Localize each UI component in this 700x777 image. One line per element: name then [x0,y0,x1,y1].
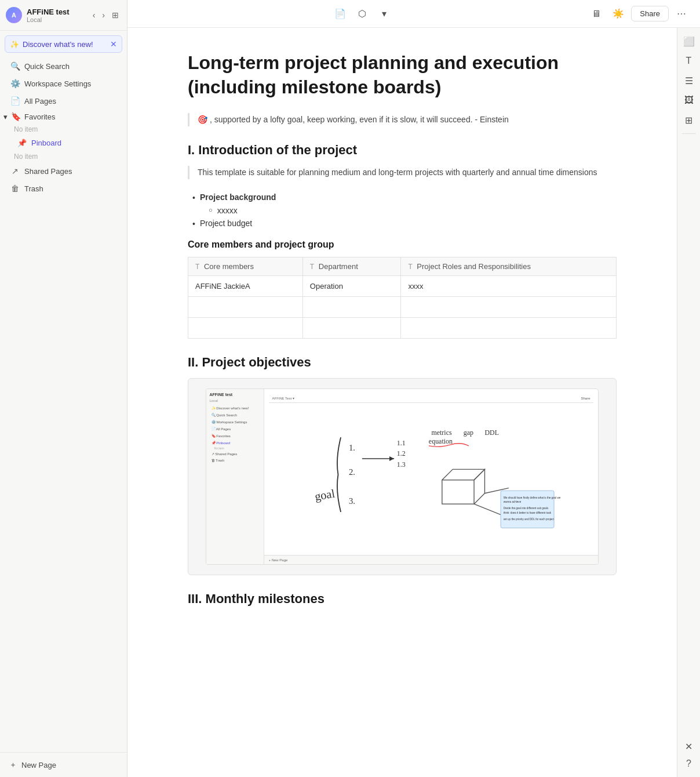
table-cell-role-1[interactable]: xxxx [401,276,617,297]
panel-image-button[interactable]: 🖼 [680,92,698,109]
sidebar-item-pinboard[interactable]: 📌 Pinboard [3,136,123,150]
table-cell-role-3[interactable] [401,318,617,339]
panel-list-button[interactable]: ☰ [680,72,698,89]
top-bar-center: 📄 ⬡ ▾ [331,5,393,23]
sidebar-item-shared-pages[interactable]: ↗ Shared Pages [3,163,123,179]
svg-text:We should have firstly define : We should have firstly define what is th… [503,496,560,499]
shared-pages-label: Shared Pages [24,167,72,176]
table-cell-member-3[interactable] [188,318,303,339]
text-icon-dept: T [310,263,314,271]
table-row[interactable] [188,297,617,318]
table-row[interactable]: AFFiNE JackieA Operation xxxx [188,276,617,297]
workspace-sub: Local [27,16,86,23]
panel-table-button[interactable]: ⊞ [680,111,698,129]
svg-text:set up the priority and DDL fo: set up the priority and DDL for each pro… [503,518,554,521]
sidebar-toggle-button[interactable]: ⊞ [110,8,121,22]
trash-icon: 🗑 [10,184,20,193]
table-cell-dept-3[interactable] [302,318,401,339]
bullet-sub-list: xxxxx [192,204,617,217]
all-pages-label: All Pages [24,97,56,106]
panel-bottom: ✕ ? [680,738,698,772]
nav-back-button[interactable]: ‹ [90,8,98,22]
new-page-button[interactable]: ＋ New Page [0,753,127,777]
project-table: T Core members T Department T Project Ro… [188,257,617,339]
sidebar: A AFFiNE test Local ‹ › ⊞ ✨ Discover wha… [0,0,127,777]
svg-text:3.: 3. [348,496,355,506]
section3-title[interactable]: III. Monthly milestones [188,591,617,607]
bullet-list: Project background xxxxx Project budget [188,191,617,230]
svg-rect-11 [442,480,473,504]
sidebar-item-trash[interactable]: 🗑 Trash [3,180,123,197]
page-mode-button[interactable]: 📄 [331,5,349,23]
table-header-department: T Department [302,257,401,276]
text-icon-roles: T [408,263,412,271]
sidebar-item-workspace-settings[interactable]: ⚙️ Workspace Settings [3,75,123,92]
search-icon: 🔍 [10,61,20,71]
project-objectives-image: AFFiNE test Local ✨ Discover what's new!… [188,378,617,575]
workspace-settings-label: Workspace Settings [24,79,91,88]
mode-dropdown-button[interactable]: ▾ [375,5,393,23]
svg-text:equation: equation [428,438,452,446]
trash-label: Trash [24,184,43,193]
content-area: Long-term project planning and execution… [127,28,700,777]
sidebar-bottom: ＋ New Page [0,752,127,777]
svg-text:goal: goal [313,487,336,504]
settings-icon: ⚙️ [10,79,20,88]
panel-divider [682,133,696,134]
favorites-section[interactable]: ▾ 🔖 Favorites [0,110,127,124]
discover-close-button[interactable]: ✕ [110,39,117,49]
panel-close-button[interactable]: ✕ [680,738,698,755]
quick-search-label: Quick Search [24,62,70,71]
avatar: A [6,7,22,23]
table-row[interactable] [188,318,617,339]
table-header-members: T Core members [188,257,303,276]
workspace-name: AFFiNE test [27,8,86,16]
section1-title[interactable]: I. Introduction of the project [188,143,617,158]
sidebar-item-all-pages[interactable]: 📄 All Pages [3,93,123,109]
screenshot-inner: AFFiNE test Local ✨ Discover what's new!… [206,388,599,565]
svg-text:1.3: 1.3 [396,460,405,469]
document-content: Long-term project planning and execution… [141,28,663,777]
discover-icon: ✨ [10,40,19,49]
view-button[interactable]: 🖥 [587,5,606,23]
sidebar-nav-icons: ‹ › ⊞ [90,8,121,22]
panel-help-button[interactable]: ? [680,755,698,772]
panel-text-button[interactable]: T [680,52,698,70]
section2-title[interactable]: II. Project objectives [188,355,617,370]
top-bar: 📄 ⬡ ▾ 🖥 ☀️ Share ⋯ [127,0,700,28]
handwriting-svg: goal 1. 2. 3. 1.1 1.2 1.3 [269,405,594,555]
table-cell-member-2[interactable] [188,297,303,318]
bullet-item-2-label: Project budget [200,219,252,228]
table-cell-dept-2[interactable] [302,297,401,318]
theme-button[interactable]: ☀️ [609,5,628,23]
table-cell-member-1[interactable]: AFFiNE JackieA [188,276,303,297]
table-cell-role-2[interactable] [401,297,617,318]
discover-banner[interactable]: ✨ Discover what's new! ✕ [5,35,122,53]
top-bar-right: 🖥 ☀️ Share ⋯ [587,5,691,23]
new-page-label: New Page [21,761,56,769]
table-header-roles: T Project Roles and Responsibilities [401,257,617,276]
edgeless-mode-button[interactable]: ⬡ [353,5,371,23]
more-button[interactable]: ⋯ [672,5,691,23]
workspace-info: AFFiNE test Local [27,8,86,23]
panel-block-button[interactable]: ⬜ [680,32,698,50]
sidebar-header: A AFFiNE test Local ‹ › ⊞ [0,0,127,31]
text-icon: T [195,263,199,271]
favorites-icon: 🔖 [11,112,21,121]
bullet-sub-item: xxxxx [209,204,617,217]
nav-forward-button[interactable]: › [100,8,107,22]
chevron-down-icon: ▾ [3,112,8,121]
bullet-sub-label: xxxxx [217,206,238,215]
share-icon: ↗ [10,166,20,176]
screenshot-topbar: AFFiNE Test ▾ Share [269,394,594,403]
discover-label: Discover what's new! [23,40,93,49]
document-title[interactable]: Long-term project planning and execution… [188,51,617,99]
screenshot-canvas: AFFiNE Test ▾ Share goal 1. 2. 3. [264,389,599,564]
pinboard-no-item: No item [0,151,127,162]
favorites-no-item: No item [0,124,127,135]
pinboard-label: Pinboard [31,139,61,147]
table-cell-dept-1[interactable]: Operation [302,276,401,297]
quote-block: 🎯 , supported by a lofty goal, keep work… [188,113,617,126]
sidebar-item-quick-search[interactable]: 🔍 Quick Search [3,58,123,74]
share-button[interactable]: Share [631,6,669,21]
